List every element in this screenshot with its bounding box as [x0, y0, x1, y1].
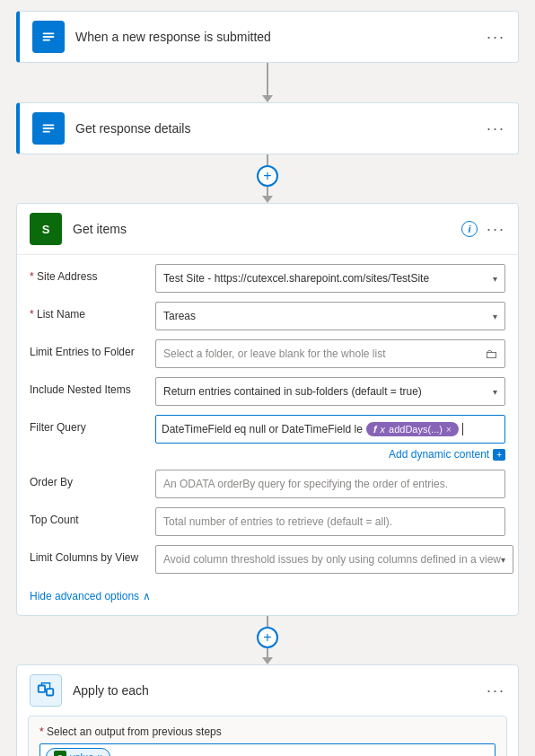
site-address-input[interactable]: Test Site - https://cutexcel.sharepoint.… [155, 264, 505, 293]
apply-select-row: * Select an output from previous steps S… [29, 716, 506, 756]
filter-query-label: Filter Query [30, 415, 155, 434]
step2-title: Get response details [75, 121, 487, 136]
chevron-up-icon: ∧ [143, 590, 151, 602]
site-address-label: Site Address [30, 264, 155, 283]
svg-rect-3 [43, 40, 50, 41]
list-name-label: List Name [30, 302, 155, 321]
limit-folder-row: Limit Entries to Folder Select a folder,… [30, 339, 505, 368]
token-text: addDays(...) [389, 424, 443, 435]
hide-advanced-row: Hide advanced options ∧ [30, 583, 505, 606]
filter-prefix-text: DateTimeField eq null or DateTimeField l… [162, 423, 363, 435]
filter-token[interactable]: fx addDays(...) × [366, 422, 459, 436]
svg-rect-7 [43, 131, 50, 133]
include-nested-row: Include Nested Items Return entries cont… [30, 377, 505, 406]
step2-more-button[interactable]: ··· [487, 120, 505, 136]
list-name-input[interactable]: Tareas ▾ [155, 302, 505, 330]
value-token[interactable]: S value × [46, 748, 110, 756]
top-count-placeholder: Total number of entries to retrieve (def… [163, 515, 392, 528]
site-address-row: Site Address Test Site - https://cutexce… [30, 264, 505, 293]
apply-each-card: Apply to each ··· * Select an output fro… [16, 664, 519, 756]
get-items-icon: S [30, 213, 62, 245]
step1-more-button[interactable]: ··· [487, 29, 505, 45]
add-step-2-button[interactable]: + [257, 165, 278, 187]
svg-rect-2 [43, 36, 55, 38]
dynamic-content-icon: + [493, 449, 505, 461]
add-dynamic-content-row: Add dynamic content + [155, 447, 505, 461]
connector-1 [262, 63, 273, 102]
get-items-title: Get items [73, 222, 461, 236]
svg-rect-1 [43, 32, 55, 34]
hide-advanced-label: Hide advanced options [30, 590, 139, 602]
top-count-box[interactable]: Total number of entries to retrieve (def… [155, 507, 505, 536]
get-items-more-button[interactable]: ··· [487, 221, 505, 237]
select-output-input[interactable]: S value × [39, 743, 496, 756]
step1-title: When a new response is submitted [75, 30, 487, 44]
apply-each-more-button[interactable]: ··· [487, 682, 505, 699]
folder-icon: 🗀 [485, 347, 497, 361]
apply-each-title: Apply to each [73, 683, 487, 698]
step1-card: When a new response is submitted ··· [16, 11, 519, 63]
top-count-row: Top Count Total number of entries to ret… [30, 507, 505, 536]
limit-columns-label: Limit Columns by View [30, 545, 155, 564]
add-dynamic-content-label: Add dynamic content [389, 448, 489, 461]
limit-folder-placeholder: Select a folder, or leave blank for the … [163, 347, 385, 360]
top-count-label: Top Count [30, 507, 155, 526]
order-by-input[interactable]: An ODATA orderBy query for specifying th… [155, 470, 505, 498]
apply-select-label: * Select an output from previous steps [39, 725, 496, 738]
step1-icon [32, 21, 65, 53]
flow-container: When a new response is submitted ··· Get… [0, 0, 535, 756]
step2-card: Get response details ··· [16, 102, 519, 154]
get-items-card: S Get items i ··· Site Address Test Site… [16, 203, 519, 616]
filter-query-box[interactable]: DateTimeField eq null or DateTimeField l… [155, 415, 505, 444]
fx-label: f [373, 424, 377, 435]
include-nested-dropdown[interactable]: Return entries contained in sub-folders … [155, 377, 505, 406]
token-close-icon[interactable]: × [446, 425, 452, 435]
svg-rect-6 [43, 127, 55, 129]
order-by-label: Order By [30, 470, 155, 488]
order-by-box[interactable]: An ODATA orderBy query for specifying th… [155, 470, 505, 498]
order-by-row: Order By An ODATA orderBy query for spec… [30, 470, 505, 498]
site-address-chevron-icon: ▾ [493, 274, 497, 284]
text-cursor [462, 423, 463, 435]
apply-each-icon [30, 674, 62, 707]
add-step-3-button[interactable]: + [257, 627, 278, 648]
limit-columns-placeholder: Avoid column threshold issues by only us… [163, 553, 501, 566]
list-name-dropdown[interactable]: Tareas ▾ [155, 302, 505, 330]
limit-folder-box[interactable]: Select a folder, or leave blank for the … [155, 339, 505, 368]
get-items-header: S Get items i ··· [17, 204, 518, 255]
include-nested-input[interactable]: Return entries contained in sub-folders … [155, 377, 505, 406]
site-address-value: Test Site - https://cutexcel.sharepoint.… [163, 272, 429, 285]
connector-2: + [257, 154, 278, 203]
value-token-sp-icon: S [54, 751, 66, 756]
order-by-placeholder: An ODATA orderBy query for specifying th… [163, 478, 448, 490]
limit-columns-chevron-icon: ▾ [501, 555, 505, 565]
list-name-row: List Name Tareas ▾ [30, 302, 505, 330]
value-token-close-icon[interactable]: × [97, 752, 102, 757]
sharepoint-icon: S [36, 219, 56, 239]
svg-rect-8 [39, 686, 45, 692]
limit-columns-dropdown[interactable]: Avoid column threshold issues by only us… [155, 545, 513, 574]
info-icon[interactable]: i [461, 221, 478, 237]
list-name-value: Tareas [163, 310, 196, 322]
include-nested-chevron-icon: ▾ [493, 387, 497, 397]
include-nested-value: Return entries contained in sub-folders … [163, 385, 422, 398]
include-nested-label: Include Nested Items [30, 377, 155, 396]
step2-icon [32, 112, 65, 145]
apply-each-body: * Select an output from previous steps S… [28, 716, 507, 756]
svg-rect-5 [43, 124, 55, 126]
filter-query-row: Filter Query DateTimeField eq null or Da… [30, 415, 505, 461]
site-address-dropdown[interactable]: Test Site - https://cutexcel.sharepoint.… [155, 264, 505, 293]
filter-query-input[interactable]: DateTimeField eq null or DateTimeField l… [155, 415, 505, 461]
get-items-body: Site Address Test Site - https://cutexce… [17, 255, 518, 615]
limit-folder-input[interactable]: Select a folder, or leave blank for the … [155, 339, 505, 368]
list-name-chevron-icon: ▾ [493, 312, 497, 321]
add-dynamic-content-link[interactable]: Add dynamic content + [389, 448, 505, 461]
apply-each-header: Apply to each ··· [17, 665, 518, 716]
limit-folder-label: Limit Entries to Folder [30, 339, 155, 358]
limit-columns-row: Limit Columns by View Avoid column thres… [30, 545, 505, 574]
top-count-input[interactable]: Total number of entries to retrieve (def… [155, 507, 505, 536]
svg-rect-9 [47, 689, 53, 695]
limit-columns-input[interactable]: Avoid column threshold issues by only us… [155, 545, 513, 574]
connector-3: + [257, 616, 278, 664]
hide-advanced-link[interactable]: Hide advanced options ∧ [30, 590, 151, 602]
